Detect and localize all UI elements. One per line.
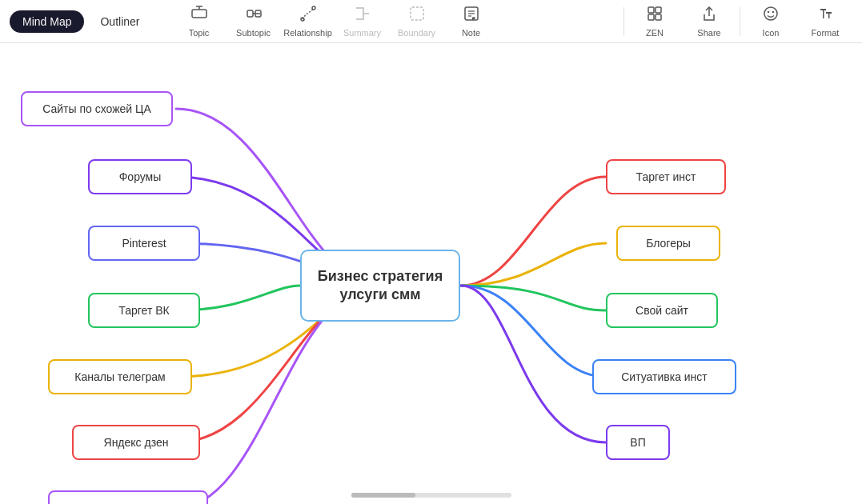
toolbar-right: ZEN Share	[620, 0, 852, 43]
svg-rect-0	[192, 10, 206, 18]
relationship-icon	[299, 5, 317, 26]
topic-icon	[190, 5, 208, 26]
node-kanali[interactable]: Каналы телеграм	[48, 359, 192, 394]
share-icon	[700, 5, 718, 26]
node-saity[interactable]: Сайты по схожей ЦА	[21, 91, 173, 126]
tool-subtopic-label: Subtopic	[236, 28, 271, 38]
node-target-inst-text: Таргет инст	[636, 170, 696, 183]
node-target-inst[interactable]: Таргет инст	[606, 159, 726, 194]
svg-rect-15	[656, 7, 661, 13]
svg-point-20	[772, 11, 774, 13]
tool-icon-label: Icon	[763, 28, 780, 38]
icon-icon	[762, 5, 780, 26]
scrollbar-track	[351, 493, 511, 498]
tool-format-label: Format	[812, 28, 840, 38]
center-node[interactable]: Бизнес стратегия улсуги смм	[300, 250, 460, 322]
tool-share[interactable]: Share	[682, 0, 736, 43]
node-situativka[interactable]: Ситуативка инст	[592, 359, 736, 394]
svg-rect-14	[648, 7, 654, 13]
node-forumi-text: Форумы	[119, 170, 162, 183]
zen-icon	[646, 5, 664, 26]
tool-zen-label: ZEN	[646, 28, 664, 38]
tool-boundary-label: Boundary	[398, 28, 435, 38]
separator-2	[740, 7, 740, 36]
tool-share-label: Share	[697, 28, 720, 38]
svg-rect-17	[656, 14, 661, 20]
node-blogery-text: Блогеры	[646, 237, 691, 250]
subtopic-icon	[245, 5, 263, 26]
center-node-text: Бизнес стратегия улсуги смм	[302, 267, 459, 305]
tool-relationship[interactable]: Relationship	[281, 0, 335, 43]
node-target-vk[interactable]: Таргет ВК	[88, 293, 200, 328]
tab-outliner[interactable]: Outliner	[87, 10, 152, 33]
toolbar-items: Topic Subtopic Relationshi	[172, 0, 621, 43]
tool-summary[interactable]: Summary	[335, 0, 390, 43]
node-svoy-sayt[interactable]: Свой сайт	[606, 293, 718, 328]
separator-1	[623, 7, 624, 36]
svg-point-18	[764, 7, 777, 20]
tool-subtopic[interactable]: Subtopic	[227, 0, 281, 43]
svg-point-7	[312, 6, 315, 10]
node-svoy-sayt-text: Свой сайт	[635, 304, 688, 317]
node-yandex-dzen-text: Яндекс дзен	[104, 436, 169, 449]
tool-summary-label: Summary	[343, 28, 381, 38]
tool-note[interactable]: Note	[444, 0, 499, 43]
tool-zen[interactable]: ZEN	[627, 0, 682, 43]
tool-topic[interactable]: Topic	[172, 0, 227, 43]
summary-icon	[354, 5, 371, 26]
node-target-vk-text: Таргет ВК	[118, 304, 169, 317]
node-blogery[interactable]: Блогеры	[616, 226, 720, 261]
boundary-icon	[408, 5, 426, 26]
svg-rect-9	[411, 7, 423, 20]
format-icon	[816, 5, 834, 26]
svg-rect-3	[247, 10, 253, 17]
toolbar: Mind Map Outliner Topic	[0, 0, 862, 43]
node-vp-text: ВП	[630, 436, 645, 449]
scrollbar[interactable]	[0, 493, 862, 498]
note-icon	[463, 5, 480, 26]
scrollbar-thumb	[351, 493, 415, 498]
node-yandex-dzen[interactable]: Яндекс дзен	[72, 425, 200, 460]
node-vp[interactable]: ВП	[606, 425, 670, 460]
tab-mindmap[interactable]: Mind Map	[10, 10, 84, 33]
svg-rect-16	[648, 14, 654, 20]
node-pinterest-text: Pinterest	[122, 237, 166, 250]
node-saity-text: Сайты по схожей ЦА	[42, 102, 151, 115]
tool-icon[interactable]: Icon	[744, 0, 798, 43]
tool-topic-label: Topic	[189, 28, 210, 38]
tool-note-label: Note	[462, 28, 480, 38]
node-situativka-text: Ситуативка инст	[621, 370, 708, 383]
node-kanali-text: Каналы телеграм	[74, 370, 165, 383]
svg-point-19	[768, 11, 769, 13]
tool-relationship-label: Relationship	[283, 28, 332, 38]
tool-format[interactable]: Format	[798, 0, 852, 43]
node-pinterest[interactable]: Pinterest	[88, 226, 200, 261]
tool-boundary[interactable]: Boundary	[390, 0, 444, 43]
node-forumi[interactable]: Форумы	[88, 159, 192, 194]
tab-group: Mind Map Outliner	[10, 10, 153, 33]
mind-map-canvas: Бизнес стратегия улсуги смм Сайты по схо…	[0, 43, 862, 504]
